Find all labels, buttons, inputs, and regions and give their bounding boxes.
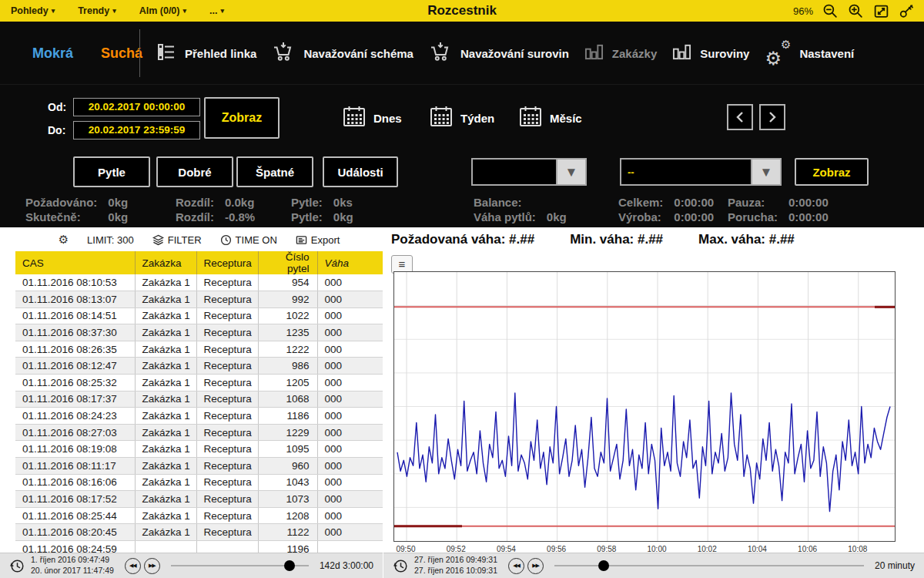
menu-trendy[interactable]: Trendy▾ bbox=[78, 5, 116, 16]
table-cell: Receptura bbox=[196, 524, 258, 541]
export-icon bbox=[296, 234, 307, 246]
table-row[interactable]: 01.11.2016 08:20:45Zakázka 1Receptura112… bbox=[15, 524, 383, 541]
nav-item-nastaveni[interactable]: ⚙⚙ Nastavení bbox=[765, 42, 854, 65]
table-row[interactable]: 01.11.2016 08:14:51Zakázka 1Receptura102… bbox=[15, 307, 383, 324]
history-scrubber-left: 1. říjen 2016 09:47:4920. únor 2017 11:4… bbox=[0, 553, 383, 578]
status-group-pytle: Pytle:0ks Pytle:0kg bbox=[291, 196, 353, 224]
menu-group: Pohledy▾ Trendy▾ Alm (0/0)▾ ...▾ bbox=[0, 5, 224, 16]
table-cell: 01.11.2016 08:10:53 bbox=[15, 274, 135, 291]
col-cislo-pytel[interactable]: Číslo pytel bbox=[258, 251, 317, 274]
fullscreen-icon[interactable] bbox=[873, 3, 889, 19]
slider-thumb[interactable] bbox=[598, 560, 609, 571]
table-cell: 01.11.2016 08:17:37 bbox=[15, 391, 135, 408]
tab-sucha[interactable]: Suchá bbox=[101, 45, 142, 62]
table-row[interactable]: 01.11.2016 08:12:47Zakázka 1Receptura986… bbox=[15, 358, 383, 375]
gear-icon[interactable]: ⚙ bbox=[59, 233, 69, 247]
table-row[interactable]: 01.11.2016 08:13:07Zakázka 1Receptura992… bbox=[15, 291, 383, 308]
nav-item-prehled-linka[interactable]: Přehled linka bbox=[156, 42, 256, 65]
show-button[interactable]: Zobraz bbox=[204, 97, 280, 139]
today-button[interactable]: Dnes bbox=[343, 105, 402, 131]
table-cell: 01.11.2016 08:25:32 bbox=[15, 375, 135, 391]
date-from-input[interactable]: 20.02.2017 00:00:00 bbox=[73, 98, 200, 116]
menu-pohledy[interactable]: Pohledy▾ bbox=[11, 5, 55, 16]
step-back-button[interactable]: ◀◀ bbox=[508, 558, 524, 574]
table-row[interactable]: 01.11.2016 08:17:52Zakázka 1Receptura107… bbox=[15, 491, 383, 508]
table-cell: Receptura bbox=[196, 291, 258, 308]
next-period-button[interactable] bbox=[759, 104, 785, 130]
col-receptura[interactable]: Receptura bbox=[196, 251, 258, 274]
rozcestnik-app: Pohledy▾ Trendy▾ Alm (0/0)▾ ...▾ Rozcest… bbox=[0, 0, 924, 578]
table-cell: 01.11.2016 08:13:07 bbox=[15, 291, 135, 308]
menu-more[interactable]: ...▾ bbox=[209, 5, 224, 16]
nav-item-zakazky[interactable]: Zakázky bbox=[584, 42, 657, 65]
table-row[interactable]: 01.11.2016 08:11:17Zakázka 1Receptura960… bbox=[15, 458, 383, 475]
spatne-button[interactable]: Špatné bbox=[236, 156, 313, 187]
pytle-button[interactable]: Pytle bbox=[73, 156, 150, 187]
table-body: 01.11.2016 08:10:53Zakázka 1Receptura954… bbox=[15, 274, 383, 557]
filter-dropdown-1[interactable]: ▼ bbox=[471, 158, 587, 186]
dobre-button[interactable]: Dobré bbox=[156, 156, 233, 187]
nav-item-navazovani-schema[interactable]: Navažování schéma bbox=[272, 42, 413, 66]
chevron-right-icon bbox=[766, 110, 778, 124]
table-cell: Receptura bbox=[196, 491, 258, 508]
zoom-out-icon[interactable] bbox=[822, 3, 839, 19]
table-row[interactable]: 01.11.2016 08:37:30Zakázka 1Receptura123… bbox=[15, 324, 383, 341]
menu-alarms[interactable]: Alm (0/0)▾ bbox=[139, 5, 186, 16]
table-cell: Zakázka 1 bbox=[135, 458, 196, 475]
show-button-2[interactable]: Zobraz bbox=[795, 158, 869, 186]
step-forward-button[interactable]: ▶▶ bbox=[527, 558, 544, 574]
table-row[interactable]: 01.11.2016 08:24:23Zakázka 1Receptura118… bbox=[15, 408, 383, 425]
col-vaha[interactable]: Váha bbox=[317, 251, 383, 274]
prev-period-button[interactable] bbox=[727, 104, 753, 130]
table-cell: 992 bbox=[258, 291, 317, 308]
table-cell: 960 bbox=[258, 458, 317, 475]
step-back-button[interactable]: ◀◀ bbox=[125, 558, 141, 574]
table-row[interactable]: 01.11.2016 08:16:06Zakázka 1Receptura104… bbox=[15, 474, 383, 491]
table-row[interactable]: 01.11.2016 08:10:53Zakázka 1Receptura954… bbox=[15, 274, 383, 291]
week-button[interactable]: Týden bbox=[430, 105, 494, 131]
col-cas[interactable]: CAS bbox=[15, 251, 135, 274]
key-icon[interactable] bbox=[899, 3, 915, 19]
table-row[interactable]: 01.11.2016 08:25:32Zakázka 1Receptura120… bbox=[15, 375, 383, 391]
table-toolbar: ⚙ LIMIT: 300 FILTER TIME ON Export bbox=[15, 233, 383, 247]
time-on-control[interactable]: TIME ON bbox=[220, 234, 277, 246]
chevron-down-icon: ▾ bbox=[182, 7, 186, 15]
date-to-input[interactable]: 20.02.2017 23:59:59 bbox=[73, 121, 200, 139]
history-clock-icon bbox=[9, 558, 25, 573]
udalosti-button[interactable]: Události bbox=[323, 156, 398, 187]
status-group-rozdil: Rozdíl:0.0kg Rozdíl:-0.8% bbox=[176, 196, 255, 224]
history-scrubber-right: 27. říjen 2016 09:49:3127. říjen 2016 10… bbox=[383, 553, 924, 578]
table-cell: 01.11.2016 08:17:52 bbox=[15, 491, 135, 508]
filter-control[interactable]: FILTER bbox=[152, 234, 202, 246]
time-slider[interactable] bbox=[554, 565, 864, 566]
chevron-left-icon bbox=[734, 110, 746, 124]
table-row[interactable]: 01.11.2016 08:25:44Zakázka 1Receptura120… bbox=[15, 507, 383, 524]
table-row[interactable]: 01.11.2016 08:17:37Zakázka 1Receptura106… bbox=[15, 391, 383, 408]
table-cell: 000 bbox=[317, 524, 383, 541]
tab-mokra[interactable]: Mokrá bbox=[32, 45, 73, 62]
col-zakazka[interactable]: Zakázka bbox=[135, 251, 196, 274]
table-cell: 1208 bbox=[258, 507, 317, 524]
time-slider[interactable] bbox=[171, 565, 309, 566]
table-cell: 000 bbox=[317, 424, 383, 441]
slider-thumb[interactable] bbox=[284, 560, 295, 571]
nav-item-suroviny[interactable]: Suroviny bbox=[672, 42, 749, 65]
table-row[interactable]: 01.11.2016 08:27:03Zakázka 1Receptura122… bbox=[15, 424, 383, 441]
nav-item-navazovani-surovin[interactable]: Navažování surovin bbox=[429, 42, 569, 66]
limit-control[interactable]: LIMIT: 300 bbox=[87, 234, 134, 246]
step-forward-button[interactable]: ▶▶ bbox=[144, 558, 160, 574]
table-row[interactable]: 01.11.2016 08:19:08Zakázka 1Receptura109… bbox=[15, 441, 383, 458]
range-length-label: 20 minuty bbox=[875, 560, 915, 571]
export-control[interactable]: Export bbox=[296, 234, 340, 246]
table-cell: 01.11.2016 08:26:35 bbox=[15, 341, 135, 358]
table-row[interactable]: 01.11.2016 08:26:35Zakázka 1Receptura122… bbox=[15, 341, 383, 358]
table-cell: Receptura bbox=[196, 458, 258, 475]
month-button[interactable]: Měsíc bbox=[519, 105, 582, 131]
chart-header: Požadovaná váha: #.## Min. váha: #.## Ma… bbox=[391, 232, 795, 247]
filter-dropdown-2[interactable]: -- ▼ bbox=[620, 158, 782, 186]
table-cell: 000 bbox=[317, 441, 383, 458]
table-cell: Receptura bbox=[196, 307, 258, 324]
table-cell: Zakázka 1 bbox=[135, 441, 196, 458]
zoom-in-icon[interactable] bbox=[848, 3, 864, 19]
table-cell: 01.11.2016 08:37:30 bbox=[15, 324, 135, 341]
